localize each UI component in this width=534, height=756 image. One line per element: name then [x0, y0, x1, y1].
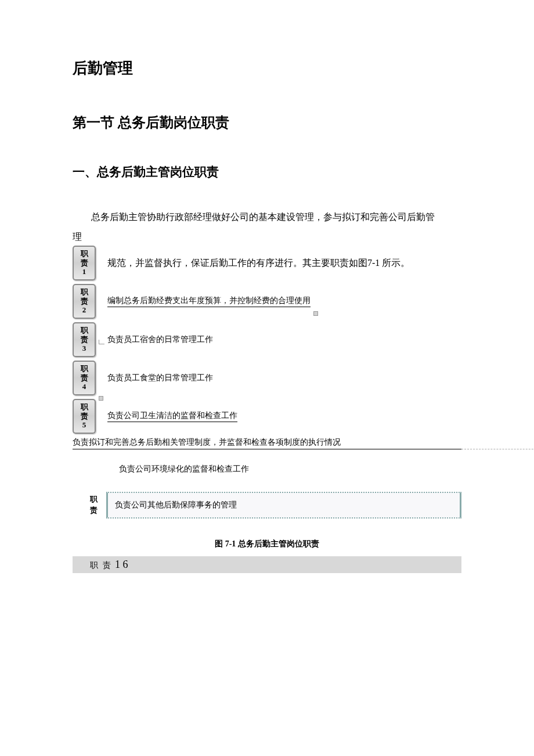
duty-row-2: 职 责 2 编制总务后勤经费支出年度预算，并控制经费的合理使用 — [73, 284, 461, 319]
connector-line — [99, 340, 104, 344]
connector-icon — [99, 396, 103, 401]
duty-row-other: 职 责 负责公司其他后勤保障事务的管理 — [90, 492, 461, 519]
footer-nums: 1 6 — [115, 559, 128, 570]
footer-prefix: 职 责 — [90, 561, 115, 570]
duty-badge-1: 职 责 1 — [73, 246, 96, 280]
wide-badge-l1: 职 — [90, 494, 98, 505]
badge-prefix-2: 责 — [81, 373, 88, 383]
badge-prefix-2: 责 — [81, 335, 88, 344]
section-title: 第一节 总务后勤岗位职责 — [73, 113, 461, 132]
duty-text-5: 负责公司卫生清洁的监督和检查工作 — [107, 411, 237, 422]
duty-row-4: 职 责 4 负责员工食堂的日常管理工作 — [73, 361, 461, 395]
intro-paragraph-line-3: 规范，并监督执行，保证后勤工作的有序进行。其主要职责如图7-1 所示。 — [107, 255, 410, 271]
duty-text-6: 负责拟订和完善总务后勤相关管理制度，并监督和检查各项制度的执行情况 — [73, 437, 461, 449]
duty-text-2: 编制总务后勤经费支出年度预算，并控制经费的合理使用 — [107, 296, 311, 307]
badge-prefix-1: 职 — [81, 287, 88, 297]
intro-paragraph-line-2: 理 — [73, 229, 461, 246]
connector-icon — [313, 311, 318, 316]
badge-number-5: 5 — [82, 420, 86, 430]
duty-row-3: 职 责 3 负责员工宿舍的日常管理工作 — [73, 322, 461, 357]
badge-prefix-1: 职 — [81, 326, 88, 335]
intro-paragraph-line-1: 总务后勤主管协助行政部经理做好公司的基本建设管理，参与拟订和完善公司后勤管 — [73, 209, 461, 226]
duties-diagram: 职 责 1 规范，并监督执行，保证后勤工作的有序进行。其主要职责如图7-1 所示… — [73, 246, 461, 573]
badge-number-3: 3 — [82, 344, 86, 353]
duty-row-1: 职 责 1 规范，并监督执行，保证后勤工作的有序进行。其主要职责如图7-1 所示… — [73, 246, 461, 280]
wide-badge-l2: 责 — [90, 505, 98, 516]
badge-prefix-1: 职 — [81, 364, 88, 373]
badge-prefix-2: 责 — [81, 297, 88, 306]
duty-text-8: 负责公司其他后勤保障事务的管理 — [106, 492, 461, 519]
page-title: 后勤管理 — [73, 58, 461, 78]
badge-number-1: 1 — [82, 267, 86, 276]
duty-badge-2: 职 责 2 — [73, 284, 96, 319]
badge-prefix-1: 职 — [81, 249, 88, 258]
duty-text-7: 负责公司环境绿化的监督和检查工作 — [119, 464, 461, 474]
badge-prefix-1: 职 — [81, 402, 88, 412]
badge-prefix-2: 责 — [81, 258, 88, 268]
badge-prefix-2: 责 — [81, 412, 88, 421]
duty-badge-3: 职 责 3 — [73, 322, 96, 357]
duty-badge-4: 职 责 4 — [73, 361, 96, 395]
figure-caption: 图 7-1 总务后勤主管岗位职责 — [73, 539, 461, 549]
duty-badge-5: 职 责 5 — [73, 399, 96, 434]
badge-number-4: 4 — [82, 382, 86, 391]
footer-bar: 职 责 1 6 — [73, 556, 461, 573]
wide-badge-label: 职 责 — [90, 494, 98, 515]
badge-number-2: 2 — [82, 305, 86, 315]
duty-text-4: 负责员工食堂的日常管理工作 — [107, 373, 213, 383]
duty-row-5: 职 责 5 负责公司卫生清洁的监督和检查工作 — [73, 399, 461, 434]
duty-text-3: 负责员工宿舍的日常管理工作 — [107, 334, 213, 345]
subsection-title: 一、总务后勤主管岗位职责 — [73, 164, 461, 180]
